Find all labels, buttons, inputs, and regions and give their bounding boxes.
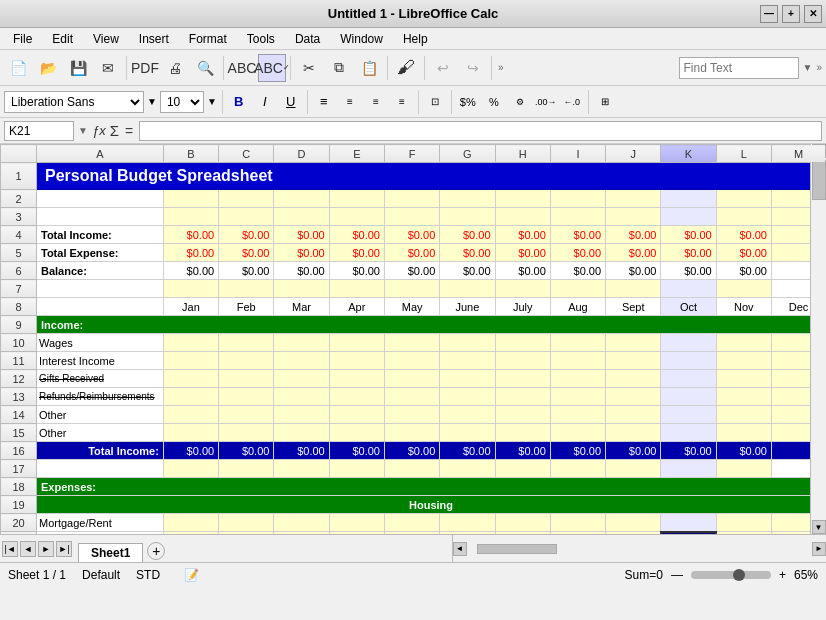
menu-format[interactable]: Format xyxy=(180,29,236,49)
cell-E16[interactable]: $0.00 xyxy=(329,442,384,460)
format-paint-button[interactable]: 🖌 xyxy=(392,54,420,82)
menu-data[interactable]: Data xyxy=(286,29,329,49)
col-header-J[interactable]: J xyxy=(606,145,661,163)
cell-H13[interactable] xyxy=(495,388,550,406)
cell-D20[interactable] xyxy=(274,514,329,532)
cell-I12[interactable] xyxy=(550,370,605,388)
cell-J10[interactable] xyxy=(606,334,661,352)
col-header-H[interactable]: H xyxy=(495,145,550,163)
cell-H8[interactable]: July xyxy=(495,298,550,316)
copy-button[interactable]: ⧉ xyxy=(325,54,353,82)
cell-L13[interactable] xyxy=(716,388,771,406)
cell-I2[interactable] xyxy=(550,190,605,208)
cell-A18[interactable]: Expenses: xyxy=(37,478,826,496)
tab-first-button[interactable]: |◄ xyxy=(2,541,18,557)
cell-B5[interactable]: $0.00 xyxy=(163,244,218,262)
cell-D6[interactable]: $0.00 xyxy=(274,262,329,280)
add-sheet-button[interactable]: + xyxy=(147,542,165,560)
underline-button[interactable]: U xyxy=(279,91,303,113)
save-button[interactable]: 💾 xyxy=(64,54,92,82)
sheet-scroll[interactable]: A B C D E F G H I J K L M 1 xyxy=(0,144,826,534)
cell-E14[interactable] xyxy=(329,406,384,424)
tab-next-button[interactable]: ► xyxy=(38,541,54,557)
fx-button[interactable]: ƒx xyxy=(92,123,106,138)
cell-B13[interactable] xyxy=(163,388,218,406)
cell-A12[interactable]: Gifts Received xyxy=(37,370,164,388)
cell-B20[interactable] xyxy=(163,514,218,532)
row-header-19[interactable]: 19 xyxy=(1,496,37,514)
cell-G6[interactable]: $0.00 xyxy=(440,262,495,280)
cell-D11[interactable] xyxy=(274,352,329,370)
cell-G21[interactable] xyxy=(440,532,495,535)
cell-L21[interactable] xyxy=(716,532,771,535)
cell-A5[interactable]: Total Expense: xyxy=(37,244,164,262)
cell-H16[interactable]: $0.00 xyxy=(495,442,550,460)
cell-J7[interactable] xyxy=(606,280,661,298)
cell-H15[interactable] xyxy=(495,424,550,442)
cell-F4[interactable]: $0.00 xyxy=(384,226,439,244)
cell-K15[interactable] xyxy=(661,424,716,442)
cell-L20[interactable] xyxy=(716,514,771,532)
cell-E4[interactable]: $0.00 xyxy=(329,226,384,244)
row-header-15[interactable]: 15 xyxy=(1,424,37,442)
row-header-7[interactable]: 7 xyxy=(1,280,37,298)
cell-J3[interactable] xyxy=(606,208,661,226)
cell-J13[interactable] xyxy=(606,388,661,406)
cell-K6[interactable]: $0.00 xyxy=(661,262,716,280)
cell-B15[interactable] xyxy=(163,424,218,442)
cell-L7[interactable] xyxy=(716,280,771,298)
cell-J14[interactable] xyxy=(606,406,661,424)
cell-B3[interactable] xyxy=(163,208,218,226)
cell-C14[interactable] xyxy=(219,406,274,424)
print-button[interactable]: 🖨 xyxy=(161,54,189,82)
menu-tools[interactable]: Tools xyxy=(238,29,284,49)
cell-B12[interactable] xyxy=(163,370,218,388)
align-right-button[interactable]: ≡ xyxy=(364,91,388,113)
cell-A15[interactable]: Other xyxy=(37,424,164,442)
cell-D4[interactable]: $0.00 xyxy=(274,226,329,244)
menu-edit[interactable]: Edit xyxy=(43,29,82,49)
cell-G5[interactable]: $0.00 xyxy=(440,244,495,262)
cell-K7[interactable] xyxy=(661,280,716,298)
col-header-E[interactable]: E xyxy=(329,145,384,163)
cell-F12[interactable] xyxy=(384,370,439,388)
col-header-M[interactable]: M xyxy=(771,145,825,163)
cell-J5[interactable]: $0.00 xyxy=(606,244,661,262)
cell-A3[interactable] xyxy=(37,208,164,226)
cell-F10[interactable] xyxy=(384,334,439,352)
cut-button[interactable]: ✂ xyxy=(295,54,323,82)
cell-G14[interactable] xyxy=(440,406,495,424)
cell-K3[interactable] xyxy=(661,208,716,226)
cell-B11[interactable] xyxy=(163,352,218,370)
cell-F16[interactable]: $0.00 xyxy=(384,442,439,460)
cell-F13[interactable] xyxy=(384,388,439,406)
menu-insert[interactable]: Insert xyxy=(130,29,178,49)
col-header-B[interactable]: B xyxy=(163,145,218,163)
cell-E2[interactable] xyxy=(329,190,384,208)
cell-F3[interactable] xyxy=(384,208,439,226)
cell-H5[interactable]: $0.00 xyxy=(495,244,550,262)
align-left-button[interactable]: ≡ xyxy=(312,91,336,113)
cell-B6[interactable]: $0.00 xyxy=(163,262,218,280)
spellcheck-button[interactable]: ABC xyxy=(228,54,256,82)
cell-C4[interactable]: $0.00 xyxy=(219,226,274,244)
cell-H12[interactable] xyxy=(495,370,550,388)
col-header-K[interactable]: K xyxy=(661,145,716,163)
cell-G8[interactable]: June xyxy=(440,298,495,316)
cell-D2[interactable] xyxy=(274,190,329,208)
col-header-F[interactable]: F xyxy=(384,145,439,163)
merge-button[interactable]: ⊡ xyxy=(423,91,447,113)
cell-L15[interactable] xyxy=(716,424,771,442)
cell-A4[interactable]: Total Income: xyxy=(37,226,164,244)
cell-E21[interactable] xyxy=(329,532,384,535)
cell-A11[interactable]: Interest Income xyxy=(37,352,164,370)
formula-input[interactable] xyxy=(139,121,822,141)
equals-button[interactable]: = xyxy=(125,123,133,139)
cell-K11[interactable] xyxy=(661,352,716,370)
row-header-13[interactable]: 13 xyxy=(1,388,37,406)
minimize-button[interactable]: — xyxy=(760,5,778,23)
cell-J15[interactable] xyxy=(606,424,661,442)
cell-C11[interactable] xyxy=(219,352,274,370)
print-preview-button[interactable]: 🔍 xyxy=(191,54,219,82)
cell-H7[interactable] xyxy=(495,280,550,298)
